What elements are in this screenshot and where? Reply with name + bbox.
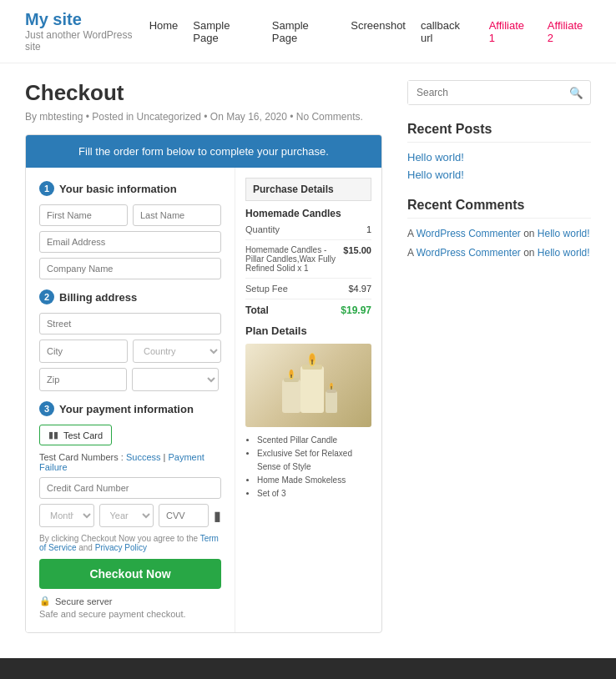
nav-affiliate2[interactable]: Affiliate 2	[548, 19, 591, 44]
success-link[interactable]: Success	[126, 452, 161, 462]
setup-fee-label: Setup Fee	[245, 284, 288, 294]
nav-sample2[interactable]: Sample Page	[272, 19, 336, 44]
city-field[interactable]	[39, 340, 128, 363]
svg-rect-10	[326, 391, 337, 413]
product-desc: Homemade Candles - Pillar Candles,Wax Fu…	[245, 245, 343, 273]
post-meta: By mbtesting • Posted in Uncategorized •…	[25, 111, 382, 123]
section1-text: Your basic information	[59, 183, 177, 195]
footer: Colorway Theme Footer is widgetized. To …	[0, 658, 616, 679]
section2-text: Billing address	[59, 291, 137, 304]
circle-1: 1	[39, 181, 54, 196]
zip-select[interactable]	[132, 368, 220, 391]
main-nav: Home Sample Page Sample Page Screenshot …	[149, 19, 591, 44]
comment-post-link-2[interactable]: Hello world!	[538, 247, 590, 259]
country-select[interactable]: Country	[133, 340, 221, 363]
search-box: 🔍	[407, 80, 591, 105]
svg-rect-11	[326, 390, 336, 393]
street-field[interactable]	[39, 313, 221, 334]
site-branding: My site Just another WordPress site	[25, 10, 149, 53]
recent-post-1[interactable]: Hello world!	[407, 151, 591, 163]
svg-rect-5	[300, 366, 324, 413]
zip-field[interactable]	[39, 368, 127, 391]
plan-details-title: Plan Details	[245, 324, 371, 337]
recent-posts-title: Recent Posts	[407, 122, 591, 143]
purchase-panel: Purchase Details Homemade Candles Quanti…	[235, 168, 381, 632]
site-tagline: Just another WordPress site	[25, 29, 149, 53]
feature-4: Set of 3	[257, 487, 371, 500]
email-field[interactable]	[39, 231, 221, 253]
comment-2: A WordPress Commenter on Hello world!	[407, 246, 591, 260]
year-select[interactable]: Year	[99, 504, 154, 527]
section3-text: Your payment information	[59, 403, 194, 415]
page-title: Checkout	[25, 80, 382, 106]
recent-comments-title: Recent Comments	[407, 198, 591, 219]
nav-home[interactable]: Home	[149, 19, 179, 44]
header: My site Just another WordPress site Home…	[0, 0, 616, 63]
circle-2: 2	[39, 289, 54, 304]
feature-1: Scented Pillar Candle	[257, 434, 371, 447]
month-select[interactable]: Month	[39, 504, 94, 527]
payment-method-label: Test Card	[63, 430, 103, 440]
cvv-field[interactable]	[159, 504, 209, 527]
circle-3: 3	[39, 401, 54, 416]
comment-post-link-1[interactable]: Hello world!	[538, 228, 590, 239]
search-input[interactable]	[408, 81, 563, 104]
checkout-box: Fill the order form below to complete yo…	[25, 134, 382, 633]
quantity-value: 1	[366, 224, 371, 234]
site-title: My site	[25, 10, 149, 29]
secure-server: 🔒 Secure server	[39, 596, 221, 606]
sidebar: 🔍 Recent Posts Hello world! Hello world!…	[407, 80, 591, 633]
plan-features-list: Scented Pillar Candle Exclusive Set for …	[245, 434, 371, 500]
total-value: $19.97	[341, 304, 371, 316]
product-price: $15.00	[343, 245, 371, 255]
candle-svg	[275, 348, 342, 423]
lock-icon: 🔒	[39, 596, 51, 606]
section1-label: 1 Your basic information	[39, 181, 221, 196]
content-area: Checkout By mbtesting • Posted in Uncate…	[25, 80, 382, 633]
svg-rect-0	[282, 380, 300, 413]
payment-method-btn[interactable]: ▮▮ Test Card	[39, 425, 112, 445]
candle-image	[245, 344, 371, 427]
section3-label: 3 Your payment information	[39, 401, 221, 416]
commenter-link-2[interactable]: WordPress Commenter	[417, 247, 521, 259]
recent-comments-section: Recent Comments A WordPress Commenter on…	[407, 198, 591, 260]
checkout-body: 1 Your basic information 2	[26, 168, 381, 632]
nav-screenshot[interactable]: Screenshot	[351, 19, 406, 44]
commenter-link-1[interactable]: WordPress Commenter	[417, 228, 521, 239]
credit-card-field[interactable]	[39, 477, 221, 499]
main-wrapper: Checkout By mbtesting • Posted in Uncate…	[0, 63, 616, 650]
product-name: Homemade Candles	[245, 208, 371, 219]
checkout-now-button[interactable]: Checkout Now	[39, 559, 221, 589]
last-name-field[interactable]	[133, 204, 221, 226]
test-card-info: Test Card Numbers : Success | Payment Fa…	[39, 452, 221, 472]
purchase-header: Purchase Details	[245, 178, 371, 201]
checkout-form: 1 Your basic information 2	[26, 168, 235, 632]
first-name-field[interactable]	[39, 204, 128, 226]
feature-3: Home Made Smokeless	[257, 474, 371, 487]
comment-1: A WordPress Commenter on Hello world!	[407, 227, 591, 241]
total-row: Total $19.97	[245, 304, 371, 316]
checkout-header: Fill the order form below to complete yo…	[26, 135, 381, 168]
safe-text: Safe and secure payment checkout.	[39, 609, 221, 619]
search-button[interactable]: 🔍	[563, 81, 590, 104]
section2-label: 2 Billing address	[39, 289, 221, 304]
privacy-policy-link[interactable]: Privacy Policy	[95, 543, 147, 552]
terms-text: By clicking Checkout Now you agree to th…	[39, 534, 221, 552]
search-icon: 🔍	[569, 87, 583, 99]
card-icon: ▮▮	[48, 430, 58, 440]
total-label: Total	[245, 304, 269, 316]
nav-sample1[interactable]: Sample Page	[193, 19, 256, 44]
setup-fee-value: $4.97	[348, 284, 371, 294]
company-field[interactable]	[39, 258, 221, 279]
cvv-icon: ▮	[214, 504, 221, 527]
quantity-label: Quantity	[245, 224, 280, 234]
nav-affiliate1[interactable]: Affiliate 1	[489, 19, 533, 44]
recent-post-2[interactable]: Hello world!	[407, 168, 591, 181]
nav-callback[interactable]: callback url	[421, 19, 474, 44]
feature-2: Exclusive Set for Relaxed Sense of Style	[257, 447, 371, 474]
